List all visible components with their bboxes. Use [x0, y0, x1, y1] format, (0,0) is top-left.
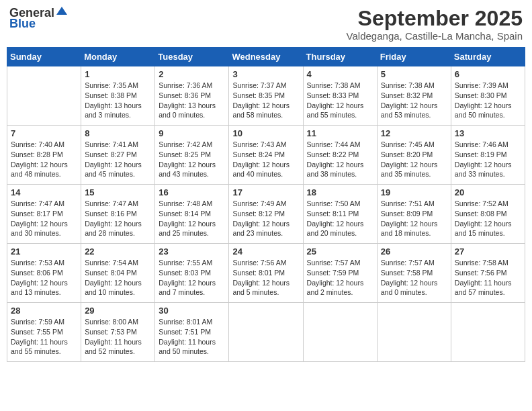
- day-number: 5: [381, 69, 447, 79]
- calendar-week-row: 14Sunrise: 7:47 AMSunset: 8:17 PMDayligh…: [7, 185, 525, 244]
- day-number: 23: [159, 246, 225, 257]
- calendar-day-cell: 20Sunrise: 7:52 AMSunset: 8:08 PMDayligh…: [451, 185, 525, 244]
- day-info: Sunrise: 7:56 AMSunset: 8:01 PMDaylight:…: [232, 258, 299, 298]
- day-info: Sunrise: 7:35 AMSunset: 8:38 PMDaylight:…: [85, 81, 151, 120]
- day-number: 26: [381, 246, 447, 257]
- calendar-day-cell: 30Sunrise: 8:01 AMSunset: 7:51 PMDayligh…: [155, 303, 229, 362]
- day-of-week-header: Sunday: [7, 48, 81, 66]
- calendar-day-cell: 25Sunrise: 7:57 AMSunset: 7:59 PMDayligh…: [303, 244, 377, 303]
- day-number: 18: [307, 187, 373, 197]
- day-info: Sunrise: 7:41 AMSunset: 8:27 PMDaylight:…: [85, 140, 151, 179]
- day-number: 16: [159, 187, 225, 197]
- day-info: Sunrise: 7:58 AMSunset: 7:56 PMDaylight:…: [455, 258, 521, 298]
- calendar-day-cell: [451, 303, 525, 362]
- day-info: Sunrise: 7:46 AMSunset: 8:19 PMDaylight:…: [455, 140, 521, 179]
- day-number: 19: [381, 187, 447, 197]
- day-number: 7: [11, 128, 77, 138]
- calendar-day-cell: 5Sunrise: 7:38 AMSunset: 8:32 PMDaylight…: [377, 66, 451, 126]
- day-info: Sunrise: 7:57 AMSunset: 7:59 PMDaylight:…: [307, 258, 373, 298]
- day-info: Sunrise: 7:47 AMSunset: 8:17 PMDaylight:…: [11, 199, 77, 238]
- calendar-day-cell: 26Sunrise: 7:57 AMSunset: 7:58 PMDayligh…: [377, 244, 451, 303]
- calendar-week-row: 28Sunrise: 7:59 AMSunset: 7:55 PMDayligh…: [7, 303, 525, 362]
- day-info: Sunrise: 7:45 AMSunset: 8:20 PMDaylight:…: [381, 140, 447, 179]
- calendar-day-cell: 12Sunrise: 7:45 AMSunset: 8:20 PMDayligh…: [377, 126, 451, 185]
- day-number: 28: [11, 306, 77, 316]
- calendar-day-cell: 15Sunrise: 7:47 AMSunset: 8:16 PMDayligh…: [81, 185, 155, 244]
- day-info: Sunrise: 7:42 AMSunset: 8:25 PMDaylight:…: [159, 140, 225, 179]
- day-info: Sunrise: 7:57 AMSunset: 7:58 PMDaylight:…: [381, 258, 447, 298]
- day-info: Sunrise: 7:51 AMSunset: 8:09 PMDaylight:…: [381, 199, 447, 238]
- calendar-day-cell: [229, 303, 303, 362]
- day-info: Sunrise: 8:00 AMSunset: 7:53 PMDaylight:…: [85, 317, 151, 357]
- calendar-day-cell: 6Sunrise: 7:39 AMSunset: 8:30 PMDaylight…: [451, 66, 525, 126]
- calendar-table: SundayMondayTuesdayWednesdayThursdayFrid…: [7, 47, 525, 362]
- day-of-week-header: Wednesday: [229, 48, 303, 66]
- calendar-day-cell: 11Sunrise: 7:44 AMSunset: 8:22 PMDayligh…: [303, 126, 377, 185]
- day-number: 30: [159, 306, 225, 316]
- location-title: Valdeganga, Castille-La Mancha, Spain: [347, 30, 523, 42]
- day-number: 6: [455, 69, 521, 79]
- day-number: 14: [11, 187, 77, 197]
- day-number: 12: [381, 128, 447, 138]
- day-number: 8: [85, 128, 151, 138]
- day-info: Sunrise: 7:40 AMSunset: 8:28 PMDaylight:…: [11, 140, 77, 179]
- day-number: 4: [307, 69, 373, 79]
- day-number: 25: [307, 246, 373, 257]
- calendar-day-cell: 22Sunrise: 7:54 AMSunset: 8:04 PMDayligh…: [81, 244, 155, 303]
- calendar-day-cell: 4Sunrise: 7:38 AMSunset: 8:33 PMDaylight…: [303, 66, 377, 126]
- logo-blue-text: Blue: [9, 17, 36, 30]
- day-info: Sunrise: 7:39 AMSunset: 8:30 PMDaylight:…: [455, 81, 521, 120]
- day-info: Sunrise: 7:50 AMSunset: 8:11 PMDaylight:…: [307, 199, 373, 238]
- calendar-day-cell: 16Sunrise: 7:48 AMSunset: 8:14 PMDayligh…: [155, 185, 229, 244]
- day-number: 27: [455, 246, 521, 257]
- day-number: 15: [85, 187, 151, 197]
- calendar-day-cell: 10Sunrise: 7:43 AMSunset: 8:24 PMDayligh…: [229, 126, 303, 185]
- day-number: 9: [159, 128, 225, 138]
- calendar-day-cell: 23Sunrise: 7:55 AMSunset: 8:03 PMDayligh…: [155, 244, 229, 303]
- calendar-week-row: 21Sunrise: 7:53 AMSunset: 8:06 PMDayligh…: [7, 244, 525, 303]
- month-title: September 2025: [347, 7, 523, 30]
- day-info: Sunrise: 7:36 AMSunset: 8:36 PMDaylight:…: [159, 81, 225, 120]
- svg-marker-0: [56, 7, 67, 15]
- calendar-day-cell: 28Sunrise: 7:59 AMSunset: 7:55 PMDayligh…: [7, 303, 81, 362]
- day-info: Sunrise: 8:01 AMSunset: 7:51 PMDaylight:…: [159, 317, 225, 357]
- day-info: Sunrise: 7:38 AMSunset: 8:33 PMDaylight:…: [307, 81, 373, 120]
- calendar-day-cell: [303, 303, 377, 362]
- calendar-day-cell: 1Sunrise: 7:35 AMSunset: 8:38 PMDaylight…: [81, 66, 155, 126]
- day-number: 20: [455, 187, 521, 197]
- calendar-day-cell: 9Sunrise: 7:42 AMSunset: 8:25 PMDaylight…: [155, 126, 229, 185]
- title-section: September 2025 Valdeganga, Castille-La M…: [347, 7, 523, 42]
- day-info: Sunrise: 7:54 AMSunset: 8:04 PMDaylight:…: [85, 258, 151, 298]
- day-of-week-header: Tuesday: [155, 48, 229, 66]
- day-info: Sunrise: 7:55 AMSunset: 8:03 PMDaylight:…: [159, 258, 225, 298]
- day-of-week-header: Friday: [377, 48, 451, 66]
- calendar-day-cell: 18Sunrise: 7:50 AMSunset: 8:11 PMDayligh…: [303, 185, 377, 244]
- calendar-week-row: 1Sunrise: 7:35 AMSunset: 8:38 PMDaylight…: [7, 66, 525, 126]
- calendar-day-cell: 3Sunrise: 7:37 AMSunset: 8:35 PMDaylight…: [229, 66, 303, 126]
- day-number: 22: [85, 246, 151, 257]
- calendar-day-cell: 7Sunrise: 7:40 AMSunset: 8:28 PMDaylight…: [7, 126, 81, 185]
- day-number: 2: [159, 69, 225, 79]
- day-number: 11: [307, 128, 373, 138]
- day-of-week-header: Monday: [81, 48, 155, 66]
- day-of-week-header: Saturday: [451, 48, 525, 66]
- day-number: 24: [232, 246, 299, 257]
- calendar-day-cell: 27Sunrise: 7:58 AMSunset: 7:56 PMDayligh…: [451, 244, 525, 303]
- calendar-day-cell: 24Sunrise: 7:56 AMSunset: 8:01 PMDayligh…: [229, 244, 303, 303]
- day-number: 21: [11, 246, 77, 257]
- calendar-day-cell: [377, 303, 451, 362]
- day-number: 13: [455, 128, 521, 138]
- calendar-day-cell: 29Sunrise: 8:00 AMSunset: 7:53 PMDayligh…: [81, 303, 155, 362]
- page-header: General Blue September 2025 Valdeganga, …: [7, 7, 525, 42]
- calendar-day-cell: 2Sunrise: 7:36 AMSunset: 8:36 PMDaylight…: [155, 66, 229, 126]
- calendar-day-cell: 17Sunrise: 7:49 AMSunset: 8:12 PMDayligh…: [229, 185, 303, 244]
- calendar-day-cell: 19Sunrise: 7:51 AMSunset: 8:09 PMDayligh…: [377, 185, 451, 244]
- calendar-day-cell: [7, 66, 81, 126]
- day-number: 29: [85, 306, 151, 316]
- calendar-day-cell: 14Sunrise: 7:47 AMSunset: 8:17 PMDayligh…: [7, 185, 81, 244]
- day-info: Sunrise: 7:49 AMSunset: 8:12 PMDaylight:…: [232, 199, 299, 238]
- day-number: 17: [232, 187, 299, 197]
- day-number: 1: [85, 69, 151, 79]
- day-number: 3: [232, 69, 299, 79]
- day-info: Sunrise: 7:59 AMSunset: 7:55 PMDaylight:…: [11, 317, 77, 357]
